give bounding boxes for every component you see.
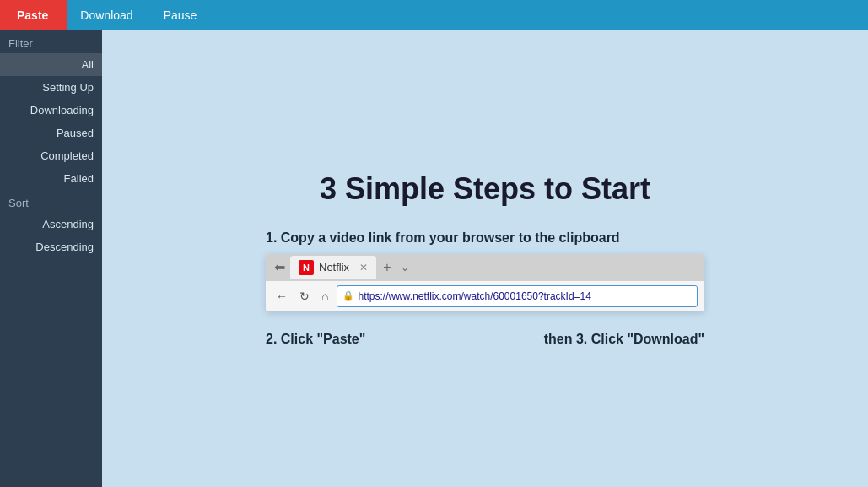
step1-text: 1. Copy a video link from your browser t… bbox=[266, 230, 704, 246]
address-text: https://www.netflix.com/watch/60001650?t… bbox=[358, 290, 591, 302]
sidebar-item-completed[interactable]: Completed bbox=[0, 144, 102, 167]
sidebar-item-paused[interactable]: Paused bbox=[0, 122, 102, 144]
netflix-icon: N bbox=[299, 260, 314, 275]
lock-icon: 🔒 bbox=[342, 290, 354, 301]
step-bottom-row: 2. Click "Paste" then 3. Click "Download… bbox=[266, 332, 704, 347]
browser-mockup: ⬅ N Netflix ✕ + ⌄ ← ↻ ⌂ 🔒 https://www. bbox=[266, 254, 704, 311]
toolbar: Paste Download Pause bbox=[0, 0, 868, 30]
sidebar-item-setting-up[interactable]: Setting Up bbox=[0, 76, 102, 99]
tab-close-icon[interactable]: ✕ bbox=[359, 262, 368, 273]
main-layout: Filter All Setting Up Downloading Paused… bbox=[0, 30, 868, 487]
pause-button[interactable]: Pause bbox=[148, 0, 213, 30]
nav-home-icon[interactable]: ⌂ bbox=[318, 288, 332, 305]
browser-nav-bar: ← ↻ ⌂ 🔒 https://www.netflix.com/watch/60… bbox=[266, 281, 704, 311]
address-bar[interactable]: 🔒 https://www.netflix.com/watch/60001650… bbox=[337, 285, 698, 307]
browser-tab-bar: ⬅ N Netflix ✕ + ⌄ bbox=[266, 254, 704, 281]
step2-text: 2. Click "Paste" bbox=[266, 332, 365, 347]
browser-back-icon[interactable]: ⬅ bbox=[269, 259, 290, 275]
content-area: 3 Simple Steps to Start 1. Copy a video … bbox=[102, 30, 868, 487]
sidebar: Filter All Setting Up Downloading Paused… bbox=[0, 30, 102, 487]
step1-row: 1. Copy a video link from your browser t… bbox=[266, 230, 704, 311]
tab-label: Netflix bbox=[319, 261, 349, 273]
paste-button[interactable]: Paste bbox=[0, 0, 65, 30]
nav-back-icon[interactable]: ← bbox=[272, 288, 291, 305]
sidebar-item-ascending[interactable]: Ascending bbox=[0, 213, 102, 235]
browser-tab[interactable]: N Netflix ✕ bbox=[290, 256, 376, 279]
sidebar-item-descending[interactable]: Descending bbox=[0, 235, 102, 258]
download-button[interactable]: Download bbox=[65, 0, 148, 30]
filter-section-label: Filter bbox=[0, 30, 102, 53]
new-tab-icon[interactable]: + bbox=[376, 260, 397, 275]
sidebar-item-all[interactable]: All bbox=[0, 53, 102, 76]
sidebar-item-failed[interactable]: Failed bbox=[0, 167, 102, 190]
sort-section-label: Sort bbox=[0, 190, 102, 213]
step3-text: then 3. Click "Download" bbox=[544, 332, 704, 347]
tab-chevron-icon[interactable]: ⌄ bbox=[397, 262, 412, 273]
sidebar-item-downloading[interactable]: Downloading bbox=[0, 99, 102, 122]
nav-refresh-icon[interactable]: ↻ bbox=[296, 288, 313, 305]
steps-title: 3 Simple Steps to Start bbox=[320, 171, 650, 207]
